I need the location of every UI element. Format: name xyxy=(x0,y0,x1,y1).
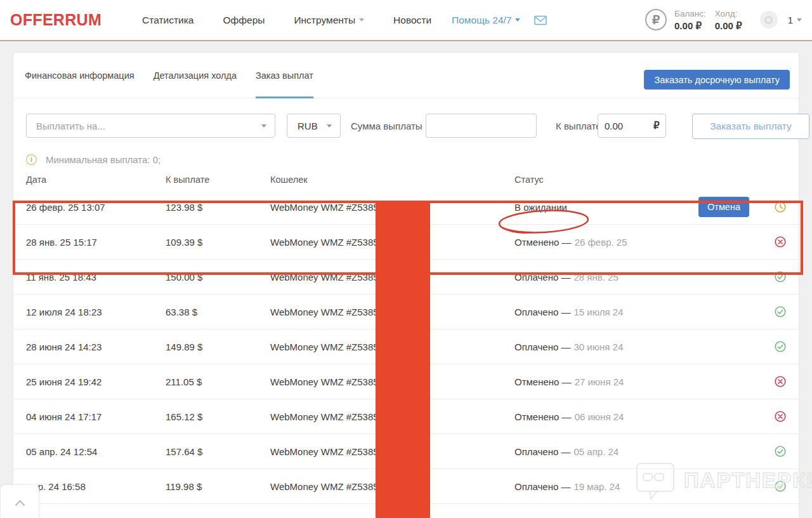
cancel-payout-button[interactable]: Отмена xyxy=(698,197,749,217)
help-menu[interactable]: Помощь 24/7 xyxy=(452,15,520,26)
status-text: Отменено — xyxy=(514,376,572,387)
row-amount: 63.38 $ xyxy=(166,307,270,317)
row-amount: 165.12 $ xyxy=(166,411,270,422)
status-text: Оплачено — xyxy=(514,272,571,282)
avatar-placeholder-icon xyxy=(764,16,773,24)
status-date: 28 янв. 25 xyxy=(574,272,619,282)
col-date: Дата xyxy=(26,175,166,185)
to-pay-label: К выплате xyxy=(556,121,601,131)
row-amount: 157.64 $ xyxy=(166,446,270,457)
early-payout-button[interactable]: Заказать досрочную выплату xyxy=(644,70,790,90)
col-status: Статус xyxy=(514,175,786,185)
nav-statistics[interactable]: Статистика xyxy=(142,15,193,26)
payout-form: Выплатить на... RUB Сумма выплаты К выпл… xyxy=(13,114,799,139)
tab-hold-details[interactable]: Детализация холда xyxy=(154,53,237,98)
hold-value: 0.00 ₽ xyxy=(715,20,742,32)
status-paid-icon xyxy=(775,306,786,317)
ruble-suffix: ₽ xyxy=(653,120,660,131)
tab-financial-info[interactable]: Финансовая информация xyxy=(25,53,134,98)
status-pending-icon xyxy=(775,201,786,213)
row-date: 11 янв. 25 18:43 xyxy=(26,272,166,282)
status-date: 05 апр. 24 xyxy=(574,446,619,457)
row-amount: 149.89 $ xyxy=(166,342,270,352)
row-amount: 123.98 $ xyxy=(166,202,270,213)
table-header: Дата К выплате Кошелек Статус xyxy=(13,166,799,190)
chevron-down-icon xyxy=(515,18,520,22)
status-cancelled-icon xyxy=(775,376,786,387)
ruble-coin-icon: ₽ xyxy=(645,9,667,30)
avatar[interactable] xyxy=(760,11,778,29)
status-cancelled-icon xyxy=(775,236,786,248)
nav-news[interactable]: Новости xyxy=(393,15,431,26)
row-date: 05 апр. 24 12:54 xyxy=(26,446,166,457)
row-date: мар. 24 16:58 xyxy=(26,481,166,492)
tabs-bar: Финансовая информация Детализация холда … xyxy=(13,53,799,98)
balance-block: Баланс: 0.00 ₽ Холд: 0.00 ₽ xyxy=(674,8,742,32)
status-date: 26 февр. 25 xyxy=(575,237,627,248)
min-payout-note: i Минимальная выплата: 0; xyxy=(26,153,799,166)
account-zone: ₽ Баланс: 0.00 ₽ Холд: 0.00 ₽ 1 xyxy=(645,8,802,32)
col-amount: К выплате xyxy=(166,175,270,185)
status-cancelled-icon xyxy=(775,411,786,422)
tab-payout-orders[interactable]: Заказ выплат xyxy=(256,53,313,98)
info-icon: i xyxy=(26,154,37,165)
row-status: Отменено —26 февр. 25 xyxy=(514,237,749,248)
status-date: 19 мар. 24 xyxy=(574,481,620,492)
nav-tools[interactable]: Инструменты xyxy=(294,15,364,26)
hold-label: Холд: xyxy=(715,8,742,20)
row-status: Оплачено —28 янв. 25 xyxy=(514,272,749,282)
balance-value: 0.00 ₽ xyxy=(674,20,706,32)
account-switcher[interactable]: 1 xyxy=(788,15,802,25)
status-date: 27 июня 24 xyxy=(575,376,624,387)
messages-envelope-icon[interactable] xyxy=(534,15,547,25)
row-status: Оплачено —30 июня 24 xyxy=(514,342,749,352)
status-text: В ожидании xyxy=(514,202,567,213)
status-text: Отменено — xyxy=(514,237,572,248)
chevron-down-icon xyxy=(797,18,802,22)
logo[interactable]: OFFERRUM xyxy=(10,11,102,29)
top-navbar: OFFERRUM Статистика Офферы Инструменты Н… xyxy=(0,0,812,41)
redaction-bar xyxy=(376,201,430,518)
row-date: 28 июня 24 14:23 xyxy=(26,342,166,352)
main-nav: Статистика Офферы Инструменты Новости xyxy=(142,15,431,26)
status-text: Отменено — xyxy=(514,411,572,422)
status-text: Оплачено — xyxy=(514,342,571,352)
amount-label: Сумма выплаты xyxy=(351,121,422,131)
row-date: 12 июля 24 18:23 xyxy=(26,307,166,317)
chevron-down-icon xyxy=(261,124,266,128)
row-date: 26 февр. 25 13:07 xyxy=(26,202,166,213)
row-status: Отменено —27 июня 24 xyxy=(514,376,749,387)
row-amount: 150.00 $ xyxy=(166,272,270,282)
status-paid-icon xyxy=(775,481,786,492)
wallet-select-placeholder: Выплатить на... xyxy=(36,121,105,131)
col-wallet: Кошелек xyxy=(270,175,514,185)
status-text: Оплачено — xyxy=(514,481,571,492)
wallet-select[interactable]: Выплатить на... xyxy=(26,114,275,138)
row-amount: 119.98 $ xyxy=(166,481,270,492)
chevron-down-icon xyxy=(327,124,332,128)
status-date: 15 июля 24 xyxy=(574,307,624,317)
amount-input[interactable] xyxy=(426,114,537,138)
row-status: В ожиданииОтмена xyxy=(514,197,749,217)
chevron-down-icon xyxy=(359,18,364,22)
row-status: Оплачено —19 мар. 24 xyxy=(514,481,749,492)
row-status: Отменено —06 июня 24 xyxy=(514,411,749,422)
row-date: 25 июня 24 19:42 xyxy=(26,376,166,387)
status-paid-icon xyxy=(775,271,786,282)
scroll-to-top-button[interactable] xyxy=(0,484,39,518)
currency-select[interactable]: RUB xyxy=(287,114,341,138)
status-date: 30 июня 24 xyxy=(574,342,624,352)
status-date: 06 июня 24 xyxy=(575,411,624,422)
row-date: 28 янв. 25 15:17 xyxy=(26,237,166,248)
status-paid-icon xyxy=(775,446,786,457)
chevron-up-icon xyxy=(15,500,25,510)
order-payout-button[interactable]: Заказать выплату xyxy=(692,114,809,139)
status-paid-icon xyxy=(775,341,786,352)
row-amount: 211.05 $ xyxy=(166,376,270,387)
nav-offers[interactable]: Офферы xyxy=(223,15,265,26)
status-text: Оплачено — xyxy=(514,446,571,457)
row-amount: 109.39 $ xyxy=(166,237,270,248)
row-status: Оплачено —05 апр. 24 xyxy=(514,446,749,457)
row-date: 04 июня 24 17:17 xyxy=(26,411,166,422)
balance-label: Баланс: xyxy=(674,8,706,20)
